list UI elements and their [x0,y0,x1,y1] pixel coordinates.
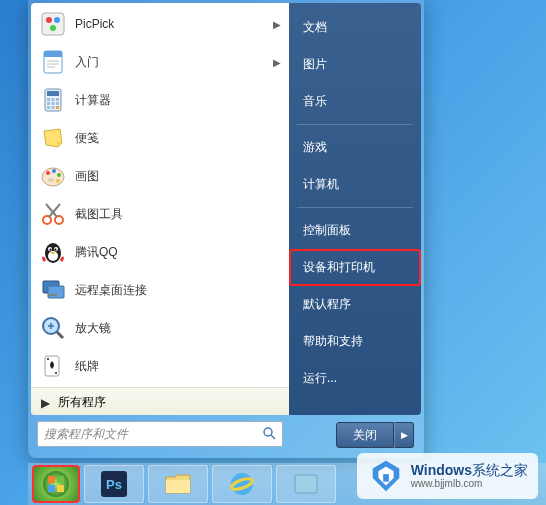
submenu-arrow-icon: ▶ [273,19,281,30]
svg-line-41 [57,332,63,338]
paint-icon [39,162,67,190]
right-item-default-programs[interactable]: 默认程序 [289,286,421,323]
magnifier-icon [39,314,67,342]
right-item-documents[interactable]: 文档 [289,9,421,46]
program-label: 腾讯QQ [75,244,281,261]
solitaire-icon [39,352,67,380]
svg-rect-53 [57,485,64,492]
svg-point-24 [56,179,60,183]
svg-point-36 [51,252,55,254]
watermark-title: Windows系统之家 [411,462,528,479]
svg-point-46 [55,372,57,374]
shutdown-button[interactable]: 关闭 [336,422,394,448]
svg-point-45 [47,358,49,360]
program-item-magnifier[interactable]: 放大镜 [31,309,289,347]
start-menu: PicPick ▶ 入门 ▶ 计算器 [28,0,424,458]
right-item-control-panel[interactable]: 控制面板 [289,212,421,249]
right-item-devices-printers[interactable]: 设备和打印机 [289,249,421,286]
watermark-logo-icon [367,457,405,495]
right-item-music[interactable]: 音乐 [289,83,421,120]
svg-point-34 [50,249,52,251]
svg-rect-5 [44,51,62,57]
task-button-explorer[interactable] [148,465,208,503]
shutdown-options-button[interactable]: ▶ [394,422,414,448]
submenu-arrow-icon: ▶ [273,57,281,68]
watermark-url: www.bjjmlb.com [411,478,528,490]
program-item-snip[interactable]: 截图工具 [31,195,289,233]
program-label: 计算器 [75,92,281,109]
right-item-run[interactable]: 运行... [289,360,421,397]
calculator-icon [39,86,67,114]
program-item-solitaire[interactable]: 纸牌 [31,347,289,385]
intro-icon [39,48,67,76]
snip-icon [39,200,67,228]
program-label: 截图工具 [75,206,281,223]
svg-rect-59 [383,474,389,482]
task-button-app[interactable] [276,465,336,503]
qq-icon [39,238,67,266]
all-programs-button[interactable]: ▶ 所有程序 [31,387,289,415]
program-item-picpick[interactable]: PicPick ▶ [31,5,289,43]
program-label: 放大镜 [75,320,281,337]
program-label: PicPick [75,17,273,31]
svg-point-22 [52,169,56,173]
svg-rect-0 [42,13,64,35]
svg-rect-51 [57,476,64,483]
separator [297,207,413,208]
rdp-icon [39,276,67,304]
start-button[interactable] [32,465,80,503]
all-programs-label: 所有程序 [58,394,106,411]
svg-rect-38 [48,286,64,298]
search-input[interactable] [44,427,262,441]
program-label: 画图 [75,168,281,185]
watermark: Windows系统之家 www.bjjmlb.com [357,453,538,499]
search-box[interactable] [37,421,283,447]
svg-point-2 [54,17,60,23]
svg-rect-10 [47,91,59,96]
separator [297,124,413,125]
right-item-help[interactable]: 帮助和支持 [289,323,421,360]
shutdown-row: 关闭 ▶ [336,422,414,448]
program-item-intro[interactable]: 入门 ▶ [31,43,289,81]
svg-rect-18 [52,106,55,109]
watermark-text: Windows系统之家 www.bjjmlb.com [411,462,528,491]
program-list: PicPick ▶ 入门 ▶ 计算器 [31,3,289,387]
svg-rect-13 [56,98,59,101]
all-programs-arrow-icon: ▶ [41,396,50,410]
picpick-icon [39,10,67,38]
svg-rect-17 [47,106,50,109]
program-label: 便笺 [75,130,281,147]
svg-rect-12 [52,98,55,101]
program-label: 纸牌 [75,358,281,375]
svg-rect-14 [47,102,50,105]
program-item-paint[interactable]: 画图 [31,157,289,195]
start-menu-inner: PicPick ▶ 入门 ▶ 计算器 [31,3,421,415]
sticky-icon [39,124,67,152]
svg-rect-11 [47,98,50,101]
right-panel: 文档 图片 音乐 游戏 计算机 控制面板 设备和打印机 默认程序 帮助和支持 运… [289,3,421,415]
left-panel: PicPick ▶ 入门 ▶ 计算器 [31,3,289,415]
right-item-computer[interactable]: 计算机 [289,166,421,203]
svg-point-3 [50,25,56,31]
program-item-rdp[interactable]: 远程桌面连接 [31,271,289,309]
svg-rect-50 [48,476,55,483]
program-item-calculator[interactable]: 计算器 [31,81,289,119]
program-label: 入门 [75,54,273,71]
svg-point-49 [43,471,69,497]
svg-rect-58 [295,475,317,493]
task-button-photoshop[interactable]: Ps [84,465,144,503]
svg-point-21 [46,171,50,175]
right-item-games[interactable]: 游戏 [289,129,421,166]
svg-point-25 [48,178,54,182]
search-row [31,413,289,455]
svg-line-48 [271,435,275,439]
svg-rect-52 [48,485,55,492]
svg-point-35 [55,249,57,251]
program-item-qq[interactable]: 腾讯QQ [31,233,289,271]
svg-rect-19 [56,106,59,109]
program-label: 远程桌面连接 [75,282,281,299]
right-item-pictures[interactable]: 图片 [289,46,421,83]
task-button-ie[interactable] [212,465,272,503]
program-item-sticky[interactable]: 便笺 [31,119,289,157]
svg-text:Ps: Ps [106,477,122,492]
